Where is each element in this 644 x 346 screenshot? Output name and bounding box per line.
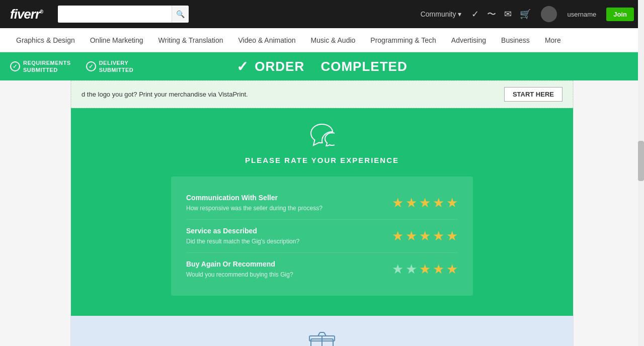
community-label: Community	[421, 10, 456, 18]
rec-star-5[interactable]: ★	[446, 262, 458, 277]
nav-graphics-design[interactable]: Graphics & Design	[10, 28, 81, 52]
svc-star-3[interactable]: ★	[419, 228, 431, 244]
rate-title: PLEASE RATE YOUR EXPERIENCE	[245, 156, 399, 164]
promo-text: d the logo you got? Print your merchandi…	[82, 91, 248, 98]
search-button[interactable]: 🔍	[172, 6, 189, 23]
rating-card: Communication With Seller How responsive…	[171, 177, 473, 296]
nav-icons: ✓ 〜 ✉ 🛒	[471, 8, 531, 20]
recommend-label: Buy Again Or Recommend Would you recomme…	[186, 260, 293, 279]
logo-trademark: ®	[40, 9, 43, 15]
rating-row-service: Service as Described Did the result matc…	[186, 220, 458, 253]
rating-section: PLEASE RATE YOUR EXPERIENCE Communicatio…	[71, 108, 573, 316]
join-button[interactable]: Join	[606, 8, 634, 21]
svc-star-1[interactable]: ★	[392, 228, 404, 244]
start-here-button[interactable]: START HERE	[504, 87, 562, 102]
order-prefix: ORDER	[255, 59, 304, 74]
communication-title: Communication With Seller	[186, 194, 323, 202]
scrollbar[interactable]	[638, 0, 644, 346]
order-suffix: COMPLETED	[320, 59, 407, 74]
check-icon[interactable]: ✓	[471, 9, 479, 20]
cart-icon[interactable]: 🛒	[520, 9, 531, 20]
nav-online-marketing[interactable]: Online Marketing	[84, 28, 149, 52]
rating-row-communication: Communication With Seller How responsive…	[186, 187, 458, 220]
svg-line-3	[318, 332, 320, 336]
svg-line-4	[324, 332, 326, 336]
step1-label: REQUIREMENTS SUBMITTED	[23, 59, 71, 74]
scrollbar-thumb[interactable]	[638, 141, 644, 181]
secondary-nav: Graphics & Design Online Marketing Writi…	[0, 28, 644, 52]
step1-text: REQUIREMENTS SUBMITTED	[23, 60, 71, 73]
step2-label: DELIVERY SUBMITTED	[99, 59, 134, 74]
service-stars[interactable]: ★ ★ ★ ★ ★	[392, 228, 458, 244]
logo[interactable]: fiverr®	[10, 7, 43, 22]
nav-writing-translation[interactable]: Writing & Translation	[152, 28, 229, 52]
community-menu[interactable]: Community ▾	[421, 10, 462, 18]
star-2[interactable]: ★	[406, 195, 417, 211]
star-3[interactable]: ★	[419, 195, 431, 211]
order-completed-title: ✓ ORDER COMPLETED	[236, 58, 407, 75]
username: username	[567, 11, 596, 18]
step2-check: ✓	[86, 61, 96, 71]
recommend-desc: Would you recommend buying this Gig?	[186, 271, 293, 278]
nav-more[interactable]: More	[539, 28, 567, 52]
service-label: Service as Described Did the result matc…	[186, 227, 299, 245]
box-icon	[309, 331, 335, 346]
mail-icon[interactable]: ✉	[504, 9, 512, 20]
chat-icon	[309, 123, 335, 150]
svc-star-5[interactable]: ★	[446, 228, 458, 244]
order-banner: ✓ REQUIREMENTS SUBMITTED ✓ DELIVERY SUBM…	[0, 52, 644, 80]
rec-star-4[interactable]: ★	[433, 262, 444, 277]
communication-stars[interactable]: ★ ★ ★ ★ ★	[392, 195, 458, 211]
nav-programming-tech[interactable]: Programming & Tech	[364, 28, 442, 52]
nav-video-animation[interactable]: Video & Animation	[232, 28, 301, 52]
step-requirements: ✓ REQUIREMENTS SUBMITTED	[10, 59, 71, 74]
step2-text: DELIVERY SUBMITTED	[99, 60, 134, 73]
nav-advertising[interactable]: Advertising	[445, 28, 492, 52]
nav-business[interactable]: Business	[495, 28, 536, 52]
completed-check-icon: ✓	[236, 58, 249, 75]
order-complete-section: ORDER COMPLETED! This order is complete.…	[71, 316, 573, 346]
rec-star-3[interactable]: ★	[419, 262, 431, 277]
star-1[interactable]: ★	[392, 195, 404, 211]
step-delivery: ✓ DELIVERY SUBMITTED	[86, 59, 134, 74]
rating-row-recommend: Buy Again Or Recommend Would you recomme…	[186, 253, 458, 286]
main-wrapper: d the logo you got? Print your merchandi…	[70, 80, 574, 346]
promo-banner: d the logo you got? Print your merchandi…	[71, 80, 573, 108]
logo-text: fiverr	[10, 7, 40, 22]
service-title: Service as Described	[186, 227, 299, 235]
top-nav: fiverr® 🔍 Community ▾ ✓ 〜 ✉ 🛒 username J…	[0, 0, 644, 28]
svc-star-4[interactable]: ★	[433, 228, 444, 244]
chart-icon[interactable]: 〜	[487, 8, 496, 20]
search-bar: 🔍	[58, 6, 189, 23]
communication-label: Communication With Seller How responsive…	[186, 194, 323, 212]
step1-check: ✓	[10, 61, 20, 71]
star-4[interactable]: ★	[433, 195, 444, 211]
avatar[interactable]	[541, 6, 557, 22]
communication-desc: How responsive was the seller during the…	[186, 205, 323, 212]
recommend-title: Buy Again Or Recommend	[186, 260, 293, 268]
svc-star-2[interactable]: ★	[406, 228, 417, 244]
service-desc: Did the result match the Gig's descripti…	[186, 238, 299, 245]
star-5[interactable]: ★	[446, 195, 458, 211]
rec-star-1[interactable]: ★	[392, 262, 404, 277]
community-arrow: ▾	[458, 10, 461, 18]
recommend-stars[interactable]: ★ ★ ★ ★ ★	[392, 262, 458, 277]
search-input[interactable]	[58, 6, 172, 23]
nav-music-audio[interactable]: Music & Audio	[305, 28, 362, 52]
rec-star-2[interactable]: ★	[406, 262, 417, 277]
order-steps: ✓ REQUIREMENTS SUBMITTED ✓ DELIVERY SUBM…	[10, 59, 133, 74]
